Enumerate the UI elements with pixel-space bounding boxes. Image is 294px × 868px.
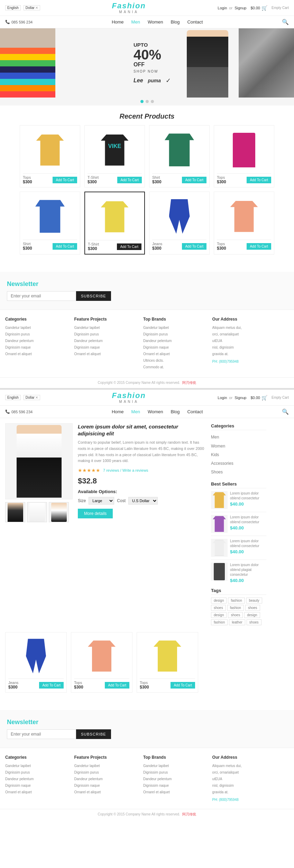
bottom-add-to-cart-1[interactable]: Add To Cart <box>39 682 64 689</box>
footer-col3-link-1[interactable]: Gandetur lapibet <box>143 324 207 331</box>
footer2-col3-link-5[interactable]: Ornarel et aliquet <box>143 789 207 795</box>
footer-col3-link-3[interactable]: Dandeur pelentum <box>143 338 207 344</box>
bottom-add-to-cart-3[interactable]: Add To Cart <box>171 682 195 689</box>
nav-blog[interactable]: Blog <box>171 19 180 25</box>
add-to-cart-2[interactable]: Add To Cart <box>117 177 142 183</box>
sidebar-cat-shoes[interactable]: Shoes <box>211 468 266 477</box>
nav-contact-2[interactable]: Contact <box>187 409 203 414</box>
footer-col3-link-2[interactable]: Dignissim purus <box>143 331 207 338</box>
footer2-col1-link-2[interactable]: Dignissim purus <box>5 769 69 776</box>
footer2-col1-link-3[interactable]: Dandeur pelentum <box>5 776 69 782</box>
footer2-phone-link[interactable]: PH: (800)795948 <box>212 798 239 802</box>
footer2-col3-link-2[interactable]: Dignissim purus <box>143 769 207 776</box>
footer-col1-link-2[interactable]: Dignissim purus <box>5 331 69 338</box>
tag-beauty[interactable]: beauty <box>246 598 262 603</box>
add-to-cart-7[interactable]: Add To Cart <box>182 243 206 250</box>
footer2-col3-link-3[interactable]: Dandeur pelentum <box>143 776 207 782</box>
signup-link[interactable]: Signup <box>235 6 246 10</box>
nav-blog-2[interactable]: Blog <box>171 409 180 414</box>
nav-men-2[interactable]: Men <box>131 409 140 414</box>
footer-link-2[interactable]: 阿刃传统 <box>182 812 196 816</box>
currency-close-icon-2[interactable]: ✕ <box>35 396 38 399</box>
add-to-cart-3[interactable]: Add To Cart <box>182 177 206 183</box>
add-to-cart-6[interactable]: Add To Cart <box>117 243 141 250</box>
currency-selector[interactable]: Dollar ✕ <box>24 5 40 10</box>
more-details-button[interactable]: More details <box>78 509 113 518</box>
nav-women[interactable]: Women <box>148 19 163 25</box>
product-thumb-3[interactable] <box>49 502 69 522</box>
footer-col2-link-5[interactable]: Ornarel et aliquet <box>74 351 138 357</box>
footer2-col2-link-5[interactable]: Ornarel et aliquet <box>74 789 138 795</box>
dot-2[interactable] <box>146 100 149 103</box>
footer2-col2-link-4[interactable]: Dignissim naque <box>74 782 138 789</box>
bottom-add-to-cart-2[interactable]: Add To Cart <box>105 682 129 689</box>
login-link-2[interactable]: Login <box>218 396 227 400</box>
search-icon[interactable]: 🔍 <box>282 19 289 25</box>
tag-shoes-4[interactable]: shoes <box>247 619 261 625</box>
footer-col2-link-4[interactable]: Dignissim naque <box>74 344 138 351</box>
language-selector[interactable]: English <box>5 5 21 10</box>
newsletter-email-2[interactable] <box>7 729 76 739</box>
reviews-link[interactable]: 7 reviews / Write a reviews <box>103 468 148 472</box>
currency-close-icon[interactable]: ✕ <box>35 6 38 10</box>
footer-col2-link-2[interactable]: Dignissim purus <box>74 331 138 338</box>
footer2-col2-link-3[interactable]: Dandeur pelentum <box>74 776 138 782</box>
tag-shoes-3[interactable]: shoes <box>228 612 243 618</box>
dot-3[interactable] <box>151 100 154 103</box>
footer2-col2-link-1[interactable]: Gandetur lapibet <box>74 763 138 769</box>
login-link[interactable]: Login <box>218 6 227 10</box>
nav-home[interactable]: Home <box>112 19 124 25</box>
footer-col1-link-3[interactable]: Dandeur pelentum <box>5 338 69 344</box>
tag-design-2[interactable]: design <box>211 612 227 618</box>
footer-col2-link-1[interactable]: Gandetur lapibet <box>74 324 138 331</box>
nav-men[interactable]: Men <box>131 19 140 25</box>
add-to-cart-1[interactable]: Add To Cart <box>53 177 77 183</box>
tag-shoes-1[interactable]: shoes <box>211 605 226 611</box>
footer-col3-link-4[interactable]: Dignissim naque <box>143 344 207 351</box>
search-icon-2[interactable]: 🔍 <box>282 408 289 415</box>
sidebar-cat-women[interactable]: Women <box>211 442 266 451</box>
tag-shoes-2[interactable]: shoes <box>245 605 260 611</box>
tag-fashion-3[interactable]: fashion <box>211 619 228 625</box>
sidebar-cat-kids[interactable]: Kids <box>211 451 266 459</box>
tag-leather[interactable]: leather <box>229 619 245 625</box>
hero-shop-now[interactable]: SHOP NOW <box>134 70 171 73</box>
footer2-col2-link-2[interactable]: Dignissim purus <box>74 769 138 776</box>
footer2-col3-link-1[interactable]: Gandetur lapibet <box>143 763 207 769</box>
cost-select[interactable]: U.S Dollar Euro <box>128 497 158 505</box>
currency-selector-2[interactable]: Dollar ✕ <box>24 395 40 400</box>
newsletter-email-1[interactable] <box>7 291 76 301</box>
nav-women-2[interactable]: Women <box>148 409 163 414</box>
nav-contact[interactable]: Contact <box>187 19 203 25</box>
product-thumb-2[interactable] <box>27 502 47 522</box>
footer-col2-link-3[interactable]: Dandeur pelentum <box>74 338 138 344</box>
footer-col3-link-6[interactable]: Ultrices dicts. <box>143 357 207 364</box>
add-to-cart-5[interactable]: Add To Cart <box>53 243 77 250</box>
add-to-cart-4[interactable]: Add To Cart <box>247 177 271 183</box>
footer2-col1-link-4[interactable]: Dignissim naque <box>5 782 69 789</box>
footer-phone-link[interactable]: PH: (800)795948 <box>212 360 239 363</box>
tag-fashion-1[interactable]: fashion <box>228 598 245 603</box>
footer-col1-link-4[interactable]: Dignissim naque <box>5 344 69 351</box>
footer-col1-link-1[interactable]: Gandetur lapibet <box>5 324 69 331</box>
language-selector-2[interactable]: English <box>5 395 21 400</box>
cart-area-2[interactable]: $0.00 🛒 <box>250 395 267 400</box>
add-to-cart-8[interactable]: Add To Cart <box>247 243 271 250</box>
footer-col3-link-5[interactable]: Ornarel et aliquet <box>143 351 207 357</box>
sidebar-cat-accessories[interactable]: Accessories <box>211 459 266 468</box>
sidebar-cat-men[interactable]: Men <box>211 433 266 442</box>
signup-link-2[interactable]: Signup <box>235 396 246 400</box>
footer-col1-link-5[interactable]: Ornarel et aliquet <box>5 351 69 357</box>
newsletter-subscribe-2[interactable]: SUBSCRIBE <box>76 729 111 739</box>
footer-link-1[interactable]: 阿刃传统 <box>182 381 196 385</box>
nav-home-2[interactable]: Home <box>112 409 124 414</box>
footer2-col1-link-5[interactable]: Ornarel et aliquet <box>5 789 69 795</box>
dot-1[interactable] <box>140 100 144 103</box>
newsletter-subscribe-1[interactable]: SUBSCRIBE <box>76 291 111 301</box>
footer2-col3-link-4[interactable]: Dignissim naque <box>143 782 207 789</box>
tag-design-3[interactable]: design <box>244 612 260 618</box>
cart-area[interactable]: $0.00 🛒 <box>250 5 267 11</box>
tag-design[interactable]: design <box>211 598 227 603</box>
size-select[interactable]: Large Small Medium <box>89 497 114 505</box>
footer2-col1-link-1[interactable]: Gandetur lapibet <box>5 763 69 769</box>
